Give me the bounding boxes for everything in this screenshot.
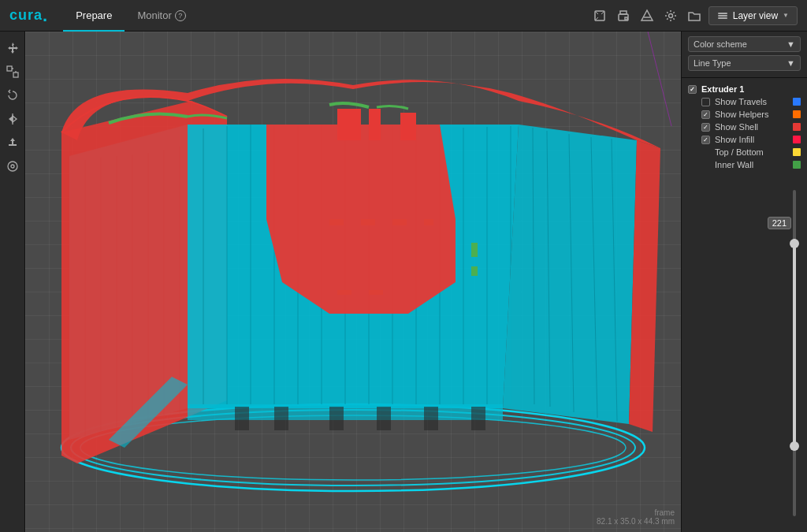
top-bottom-row: Top / Bottom xyxy=(682,146,807,158)
svg-rect-78 xyxy=(424,407,438,430)
custom-tool[interactable] xyxy=(2,156,23,177)
printer-icon[interactable] xyxy=(614,6,633,25)
move-tool[interactable] xyxy=(2,38,23,58)
scale-tool[interactable] xyxy=(2,61,23,82)
slice-icon[interactable] xyxy=(638,6,656,25)
svg-point-24 xyxy=(8,162,17,171)
travels-color xyxy=(793,98,801,106)
svg-rect-20 xyxy=(9,144,17,146)
layer-slider-section: 221 xyxy=(682,174,807,532)
svg-rect-75 xyxy=(274,407,288,430)
layer-options: Extruder 1 Show Travels Show Helpers Sho… xyxy=(682,78,807,174)
svg-rect-10 xyxy=(718,13,727,14)
folder-icon[interactable] xyxy=(685,6,704,25)
layer-view-dropdown-arrow: ▼ xyxy=(783,12,789,19)
show-helpers-row: Show Helpers xyxy=(682,108,807,121)
svg-marker-22 xyxy=(10,138,15,141)
color-scheme-dropdown[interactable]: Color scheme ▼ xyxy=(688,36,801,52)
slider-fill xyxy=(793,239,796,451)
helpers-color xyxy=(793,110,801,118)
show-shell-checkbox[interactable] xyxy=(701,123,710,132)
svg-rect-76 xyxy=(329,407,344,430)
mirror-tool[interactable] xyxy=(2,109,23,129)
svg-rect-79 xyxy=(471,407,485,430)
svg-rect-74 xyxy=(235,407,249,430)
svg-rect-14 xyxy=(13,73,18,77)
monitor-help-icon[interactable]: ? xyxy=(175,10,186,21)
slider-thumb-bottom[interactable] xyxy=(790,441,799,451)
frame-label: frame xyxy=(597,508,675,517)
inner-wall-row: Inner Wall xyxy=(682,158,807,171)
viewport[interactable]: frame 82.1 x 35.0 x 44.3 mm xyxy=(25,32,681,532)
slider-thumb-top[interactable] xyxy=(790,239,799,248)
svg-rect-11 xyxy=(718,15,727,17)
show-shell-label: Show Shell xyxy=(715,122,758,132)
extruder-checkbox[interactable] xyxy=(688,85,697,94)
right-panel: Color scheme ▼ Line Type ▼ Extruder 1 Sh… xyxy=(681,32,807,532)
show-helpers-checkbox[interactable] xyxy=(701,110,710,119)
show-infill-checkbox[interactable] xyxy=(701,136,710,144)
svg-rect-70 xyxy=(369,109,381,140)
color-scheme-section: Color scheme ▼ Line Type ▼ xyxy=(682,32,807,78)
svg-rect-13 xyxy=(7,66,12,71)
logo-text: cura xyxy=(9,7,43,24)
model-container xyxy=(25,32,681,532)
svg-marker-7 xyxy=(642,10,653,20)
show-travels-label: Show Travels xyxy=(715,97,767,106)
svg-rect-65 xyxy=(471,266,478,276)
slider-value: 221 xyxy=(768,217,791,229)
tab-prepare[interactable]: Prepare xyxy=(63,0,125,32)
svg-rect-64 xyxy=(471,243,478,257)
logo: cura . xyxy=(9,7,47,24)
layer-view-button[interactable]: Layer view ▼ xyxy=(708,6,798,25)
tab-monitor[interactable]: Monitor ? xyxy=(125,0,198,32)
svg-marker-19 xyxy=(13,116,17,122)
show-helpers-label: Show Helpers xyxy=(715,110,768,119)
svg-point-23 xyxy=(11,165,14,168)
layers-icon xyxy=(717,10,728,21)
svg-rect-12 xyxy=(718,17,727,19)
support-tool[interactable] xyxy=(2,132,23,153)
layer-slider-track xyxy=(793,190,796,516)
svg-rect-71 xyxy=(400,113,416,140)
svg-marker-68 xyxy=(266,125,456,314)
color-scheme-arrow: ▼ xyxy=(787,39,795,49)
top-bottom-color xyxy=(793,148,801,156)
frame-info: frame 82.1 x 35.0 x 44.3 mm xyxy=(597,508,675,526)
3d-model xyxy=(30,61,676,503)
svg-rect-5 xyxy=(620,11,627,14)
svg-point-9 xyxy=(668,13,672,17)
svg-rect-6 xyxy=(625,17,627,20)
header-right: Layer view ▼ xyxy=(590,6,798,25)
show-travels-row: Show Travels xyxy=(682,95,807,108)
header: cura . Prepare Monitor ? Layer view ▼ xyxy=(0,0,807,32)
main-area: frame 82.1 x 35.0 x 44.3 mm Color scheme… xyxy=(0,32,807,532)
left-toolbar xyxy=(0,32,25,532)
inner-wall-color xyxy=(793,161,801,169)
settings-icon[interactable] xyxy=(661,6,680,25)
rotate-tool[interactable] xyxy=(2,85,23,106)
show-infill-row: Show Infill xyxy=(682,133,807,146)
show-travels-checkbox[interactable] xyxy=(701,98,710,106)
show-shell-row: Show Shell xyxy=(682,121,807,133)
line-type-arrow: ▼ xyxy=(787,58,795,68)
extruder-header: Extruder 1 xyxy=(682,81,807,95)
dimensions-label: 82.1 x 35.0 x 44.3 mm xyxy=(597,517,675,526)
svg-marker-18 xyxy=(9,116,13,122)
line-type-dropdown[interactable]: Line Type ▼ xyxy=(688,55,801,71)
svg-rect-77 xyxy=(377,407,391,430)
svg-rect-69 xyxy=(337,109,361,140)
top-bottom-label: Top / Bottom xyxy=(715,147,764,157)
show-infill-label: Show Infill xyxy=(715,135,754,144)
shell-color xyxy=(793,123,801,131)
cube-icon[interactable] xyxy=(590,6,609,25)
logo-dot: . xyxy=(43,7,47,24)
inner-wall-label: Inner Wall xyxy=(715,160,753,169)
infill-color xyxy=(793,136,801,143)
